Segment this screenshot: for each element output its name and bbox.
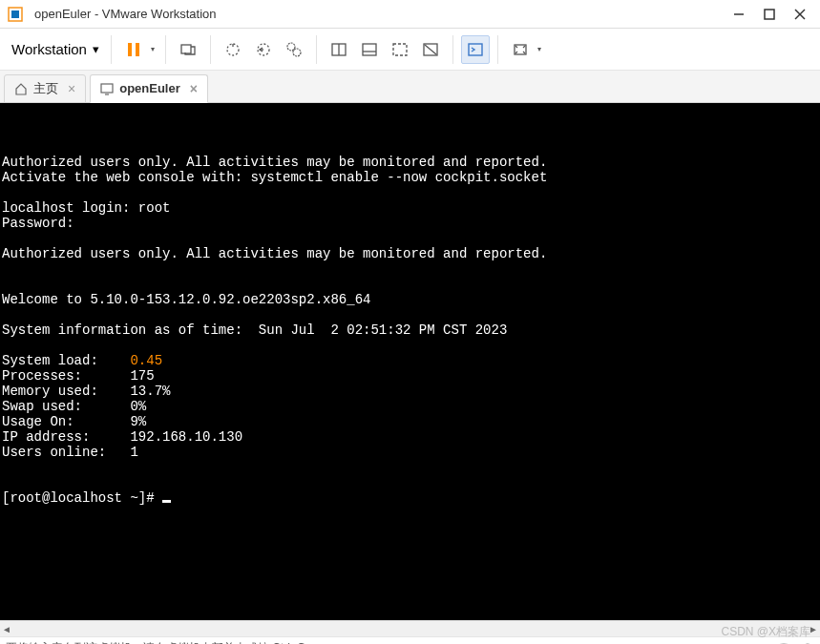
term-line: Authorized users only. All activities ma… — [2, 155, 547, 170]
stat-label: IP address: — [2, 429, 90, 445]
chevron-down-icon: ▾ — [93, 42, 99, 56]
status-bar: 要将输入定向到该虚拟机，请在虚拟机内部单击或按 Ctrl+G。 — [0, 636, 820, 644]
term-line: localhost login: root — [2, 200, 170, 216]
workstation-menu[interactable]: Workstation ▾ — [8, 39, 103, 59]
vmware-app-icon — [8, 7, 23, 22]
stretch-dropdown[interactable]: ▾ — [535, 35, 544, 64]
workstation-menu-label: Workstation — [11, 41, 87, 57]
send-ctrl-alt-del-button[interactable] — [174, 35, 202, 64]
tab-home-close[interactable]: × — [68, 81, 75, 96]
stat-label: Usage On: — [2, 414, 74, 429]
stat-label: Users online: — [2, 445, 106, 460]
stat-label: Memory used: — [2, 384, 98, 399]
stat-value: 175 — [130, 368, 154, 384]
scroll-right-icon[interactable]: ► — [809, 624, 818, 634]
horizontal-scrollbar[interactable]: ◄ ► — [0, 620, 820, 636]
close-button[interactable] — [793, 8, 807, 21]
stat-value: 0.45 — [130, 353, 162, 368]
layout-sidebyside-button[interactable] — [325, 35, 353, 64]
tab-openeuler-close[interactable]: × — [190, 81, 198, 96]
svg-line-19 — [425, 45, 436, 54]
term-line: Activate the web console with: systemctl… — [2, 170, 547, 185]
term-line: System information as of time: Sun Jul 2… — [2, 322, 507, 338]
svg-rect-3 — [765, 10, 774, 19]
maximize-button[interactable] — [763, 8, 776, 21]
svg-rect-15 — [363, 44, 376, 55]
unity-button[interactable] — [416, 35, 445, 64]
svg-rect-22 — [101, 84, 113, 93]
term-line: Password: — [2, 216, 74, 231]
toolbar-separator — [165, 35, 166, 64]
fullscreen-button[interactable] — [386, 35, 414, 64]
toolbar-separator — [210, 35, 211, 64]
terminal-container: Authorized users only. All activities ma… — [0, 103, 820, 636]
stat-label: Swap used: — [2, 399, 82, 414]
minimize-button[interactable] — [732, 8, 746, 21]
stat-value: 13.7% — [130, 384, 170, 399]
svg-rect-17 — [393, 44, 407, 55]
tab-openeuler[interactable]: openEuler × — [90, 74, 208, 103]
tab-home-label: 主页 — [33, 80, 58, 97]
home-icon — [14, 82, 28, 95]
svg-point-12 — [293, 49, 301, 56]
svg-rect-7 — [136, 43, 139, 56]
svg-rect-1 — [11, 10, 19, 18]
status-message: 要将输入定向到该虚拟机，请在虚拟机内部单击或按 Ctrl+G。 — [6, 640, 776, 644]
stat-value: 0% — [130, 399, 146, 414]
stat-label: System load: — [2, 353, 98, 368]
layout-stacked-button[interactable] — [355, 35, 384, 64]
cursor-icon — [162, 500, 171, 503]
snapshot-revert-button[interactable] — [249, 35, 278, 64]
titlebar: openEuler - VMware Workstation — [0, 0, 820, 29]
term-prompt: [root@localhost ~]# — [2, 490, 162, 506]
snapshot-take-button[interactable] — [219, 35, 247, 64]
toolbar: Workstation ▾ ▾ ▾ — [0, 29, 820, 71]
window-controls — [732, 8, 807, 21]
console-view-button[interactable] — [461, 35, 490, 64]
pause-button[interactable] — [119, 35, 148, 64]
tab-openeuler-label: openEuler — [119, 81, 180, 95]
toolbar-separator — [316, 35, 317, 64]
scroll-left-icon[interactable]: ◄ — [2, 624, 11, 634]
snapshot-manager-button[interactable] — [280, 35, 308, 64]
tab-strip: 主页 × openEuler × — [0, 71, 820, 103]
toolbar-separator — [111, 35, 112, 64]
toolbar-separator — [452, 35, 453, 64]
term-line: Authorized users only. All activities ma… — [2, 246, 547, 261]
stat-value: 192.168.10.130 — [130, 429, 242, 445]
tab-home[interactable]: 主页 × — [4, 74, 86, 103]
stat-value: 1 — [130, 445, 137, 460]
stat-label: Processes: — [2, 368, 82, 384]
stat-value: 9% — [130, 414, 146, 429]
term-line: Welcome to 5.10.0-153.12.0.92.oe2203sp2.… — [2, 292, 370, 307]
terminal[interactable]: Authorized users only. All activities ma… — [0, 103, 820, 620]
window-title: openEuler - VMware Workstation — [34, 7, 732, 21]
toolbar-separator — [497, 35, 498, 64]
stretch-button[interactable] — [506, 35, 535, 64]
svg-rect-8 — [181, 45, 191, 53]
pause-dropdown[interactable]: ▾ — [148, 35, 158, 64]
svg-rect-6 — [128, 43, 132, 56]
vm-icon — [100, 82, 114, 95]
